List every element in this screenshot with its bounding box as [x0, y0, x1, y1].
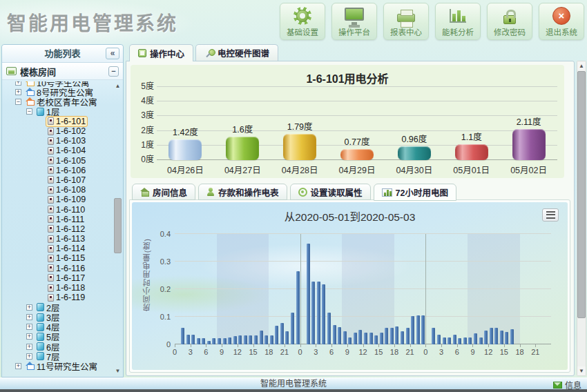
- tree-item-label: 1-6-107: [56, 175, 86, 185]
- scroll-down-icon[interactable]: ▼: [113, 367, 122, 375]
- expand-icon[interactable]: +: [26, 333, 32, 340]
- day-separator-line: [300, 234, 301, 344]
- hourly-bar: [317, 282, 320, 344]
- daily-chart-x-axis: 04月26日04月27日04月28日04月29日04月30日05月01日05月0…: [157, 163, 557, 175]
- hourly-bar: [448, 337, 451, 344]
- hourly-bar: [327, 313, 331, 344]
- hourly-chart-title: 从2020-05-01到2020-05-03: [132, 202, 568, 224]
- hourly-bar: [333, 325, 336, 344]
- daily-bar: [340, 149, 374, 160]
- tree-item-6[interactable]: 1-6-103: [3, 136, 113, 146]
- tree-item-13[interactable]: 1-6-110: [3, 204, 113, 214]
- scroll-up-icon[interactable]: ▲: [113, 82, 122, 90]
- scroll-up-icon[interactable]: ▲: [577, 61, 586, 70]
- tree-item-17[interactable]: 1-6-114: [3, 244, 113, 253]
- room-icon: [48, 206, 54, 213]
- expand-icon[interactable]: +: [15, 89, 21, 95]
- rooms-panel-toggle-button[interactable]: −: [108, 66, 119, 77]
- tab-1[interactable]: 电控硬件图谱: [195, 44, 278, 61]
- x-axis-tick-label: 3: [309, 348, 322, 356]
- expand-icon[interactable]: +: [26, 304, 32, 311]
- tree-item-label: 1-6-116: [56, 264, 85, 273]
- daily-bar: [455, 144, 488, 160]
- tree-item-label: 11号研究生公寓: [37, 360, 97, 373]
- hourly-bar: [285, 331, 289, 344]
- expand-icon[interactable]: +: [26, 314, 32, 320]
- x-axis-tick-label: 6: [325, 348, 338, 356]
- hourly-bar: [254, 335, 258, 344]
- tree-item-12[interactable]: 1-6-109: [3, 195, 113, 204]
- expand-icon[interactable]: +: [26, 344, 32, 350]
- toolbar-button-password[interactable]: 修改密码: [487, 3, 532, 40]
- collapse-icon[interactable]: −: [15, 99, 21, 105]
- tab-label: 操作中心: [150, 47, 184, 60]
- tree-item-10[interactable]: 1-6-107: [3, 175, 113, 185]
- y-axis-tick-label: 0.3: [151, 257, 171, 266]
- tree-item-label: 1-6-113: [56, 234, 85, 244]
- hourly-bar: [390, 328, 394, 344]
- tree-item-19[interactable]: 1-6-116: [3, 264, 113, 273]
- hourly-bar: [311, 282, 315, 344]
- tree-item-4[interactable]: 1-6-101: [3, 117, 113, 126]
- bar-chart-icon: [450, 9, 466, 23]
- scroll-down-icon[interactable]: ▼: [577, 366, 586, 375]
- toolbar-button-settings[interactable]: 基础设置: [280, 3, 325, 40]
- hourly-usage-chart: 00.10.20.30.4036912151821036912151821036…: [175, 234, 551, 344]
- tree-item-16[interactable]: 1-6-113: [3, 234, 113, 244]
- expand-icon[interactable]: +: [15, 363, 21, 369]
- sidebar-collapse-button[interactable]: «: [106, 48, 119, 59]
- room-icon: [48, 166, 54, 174]
- hourly-bar: [348, 337, 352, 344]
- expand-icon[interactable]: +: [15, 81, 21, 86]
- tab-0[interactable]: 操作中心: [129, 44, 193, 61]
- x-axis-tick: [488, 344, 489, 347]
- collapse-icon[interactable]: −: [26, 108, 32, 115]
- hourly-bar: [207, 341, 211, 344]
- toolbar-button-energy[interactable]: 能耗分析: [435, 3, 481, 40]
- printer-icon: [397, 14, 415, 22]
- subtab-2[interactable]: 设置读取属性: [290, 184, 371, 200]
- tree-item-9[interactable]: 1-6-106: [3, 166, 113, 175]
- target-icon: [298, 188, 307, 197]
- tree-item-29[interactable]: +11号研究生公寓: [3, 361, 113, 371]
- expand-icon[interactable]: +: [26, 324, 32, 330]
- main-scrollbar[interactable]: ▲ ▼: [577, 61, 586, 376]
- subtab-1[interactable]: 存款和操作电表: [198, 184, 287, 200]
- sidebar-scrollbar[interactable]: ▲ ▼: [113, 82, 122, 375]
- tree-item-18[interactable]: 1-6-115: [3, 253, 113, 263]
- x-axis-tick: [410, 344, 411, 347]
- status-bar: 智能用电管理系统 信息: [0, 378, 587, 389]
- subtab-3[interactable]: 72小时用电图: [374, 184, 456, 201]
- x-axis-tick-label: 04月29日: [329, 163, 386, 175]
- main-scroll-thumb[interactable]: [577, 71, 586, 318]
- tree-item-7[interactable]: 1-6-104: [3, 146, 113, 155]
- console-icon: [138, 49, 146, 57]
- y-axis-tick-label: 4度: [136, 94, 154, 106]
- tree-item-11[interactable]: 1-6-108: [3, 185, 113, 195]
- tree-item-8[interactable]: 1-6-105: [3, 156, 113, 166]
- tree-item-21[interactable]: 1-6-118: [3, 283, 113, 293]
- hourly-bar: [416, 315, 420, 344]
- home-icon: [140, 188, 149, 196]
- tree-item-5[interactable]: 1-6-102: [3, 126, 113, 136]
- subtab-0[interactable]: 房间信息: [132, 184, 195, 200]
- y-axis-tick-label: 3度: [136, 108, 154, 120]
- tree-item-20[interactable]: 1-6-117: [3, 273, 113, 283]
- toolbar-button-report[interactable]: 报表中心: [383, 3, 429, 40]
- chart-menu-button[interactable]: [542, 208, 559, 222]
- toolbar-button-platform[interactable]: 操作平台: [331, 3, 377, 40]
- hourly-bar: [443, 337, 446, 344]
- tree-item-14[interactable]: 1-6-111: [3, 215, 113, 224]
- toolbar: 基础设置操作平台报表中心能耗分析修改密码×退出系统: [280, 3, 584, 40]
- hourly-bar: [275, 326, 278, 344]
- sidebar-scroll-thumb[interactable]: [114, 198, 122, 253]
- toolbar-button-exit[interactable]: ×退出系统: [539, 3, 584, 40]
- x-axis-tick-label: 21: [278, 348, 291, 356]
- tree-item-15[interactable]: 1-6-112: [3, 224, 113, 234]
- hourly-bar: [291, 313, 294, 344]
- pin-icon: [204, 48, 214, 58]
- rooms-panel-header[interactable]: 楼栋房间 −: [2, 63, 123, 80]
- x-axis-tick-label: 18: [514, 348, 526, 356]
- hourly-bar: [364, 333, 367, 344]
- hourly-bar: [218, 338, 221, 344]
